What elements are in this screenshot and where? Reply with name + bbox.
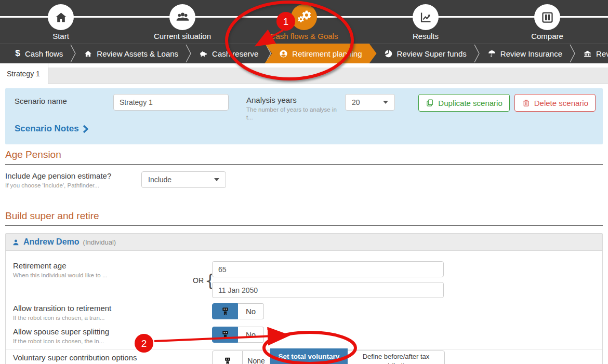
robot-icon	[223, 356, 232, 364]
scenario-name-input[interactable]	[113, 94, 229, 111]
delete-scenario-label: Delete scenario	[534, 99, 588, 107]
scenario-notes-label: Scenario Notes	[15, 124, 79, 134]
include-age-pension-value: Include	[148, 176, 171, 184]
chevron-right-icon	[83, 125, 89, 133]
home-icon	[84, 49, 92, 58]
users-icon	[169, 4, 195, 30]
transition-label: Allow transition to retirement	[13, 304, 111, 313]
include-age-pension-label: Include Age pension estimate?	[5, 171, 603, 180]
caret-down-icon	[383, 101, 388, 104]
analysis-years-value: 20	[352, 98, 360, 106]
spouse-split-toggle: No	[212, 327, 264, 343]
subnav-label: Cash reserve	[212, 49, 258, 58]
chevron-separator	[570, 44, 576, 63]
duplicate-scenario-button[interactable]: Duplicate scenario	[418, 94, 509, 112]
cogs-icon	[291, 4, 317, 30]
main-content: Scenario name Analysis years The number …	[0, 88, 608, 364]
or-label: OR	[193, 276, 204, 285]
robot-icon	[220, 329, 230, 340]
stepper-step-cash-flows-goals[interactable]: Cash flows & Goals	[243, 0, 365, 43]
voluntary-none-option[interactable]: None	[243, 351, 270, 364]
analysis-years-block: Analysis years The number of years to an…	[246, 96, 340, 122]
scenario-name-label: Scenario name	[15, 97, 67, 105]
person-icon	[12, 238, 20, 246]
transition-robot-option[interactable]	[212, 303, 238, 319]
scenario-notes-link[interactable]: Scenario Notes	[15, 124, 89, 134]
stepper-step-results[interactable]: Results	[365, 0, 486, 43]
subnav-item-review-super-funds[interactable]: Review Super funds	[377, 44, 474, 63]
dollar-icon: $	[15, 48, 21, 59]
stepper-step-label: Current situation	[154, 32, 211, 41]
subnav-item-cash-flows[interactable]: $ Cash flows	[7, 44, 70, 63]
workflow-subnav: $ Cash flows Review Assets & Loans Cash …	[0, 43, 608, 63]
delete-scenario-button[interactable]: Delete scenario	[514, 94, 596, 112]
voluntary-robot-option[interactable]	[213, 351, 243, 364]
umbrella-icon	[487, 49, 496, 58]
transition-label-block: Allow transition to retirement If the ro…	[13, 304, 111, 322]
strategy-tab-bar: Strategy 1	[0, 63, 608, 84]
stepper-step-start[interactable]: Start	[0, 0, 122, 43]
subnav-label: Cash flows	[25, 49, 63, 58]
age-pension-heading: Age Pension	[5, 149, 603, 165]
include-age-pension-select[interactable]: Include	[141, 171, 226, 188]
build-super-heading: Build super and retire	[5, 210, 603, 226]
member-name: Andrew Demo	[23, 237, 80, 247]
piggy-bank-icon	[199, 49, 208, 58]
stepper-step-label: Start	[52, 32, 69, 41]
spouse-split-label: Allow spouse super splitting	[13, 327, 109, 336]
member-type: (Individual)	[83, 238, 116, 246]
stepper-step-current-situation[interactable]: Current situation	[122, 0, 243, 43]
chevron-separator	[474, 44, 480, 63]
transition-toggle: No	[212, 303, 264, 319]
chevron-separator	[186, 44, 192, 63]
voluntary-set-total-option[interactable]: Set total voluntary amount	[270, 348, 348, 364]
subnav-item-review-assets-loans[interactable]: Review Assets & Loans	[76, 44, 186, 63]
tab-label: Strategy 1	[7, 70, 40, 78]
spouse-split-no-option[interactable]: No	[238, 327, 264, 343]
spouse-split-robot-option[interactable]	[212, 327, 238, 343]
subnav-label: Review Super funds	[397, 49, 467, 58]
retirement-date-input[interactable]	[212, 282, 444, 298]
transition-no-option[interactable]: No	[238, 303, 264, 319]
retirement-age-input[interactable]	[212, 261, 444, 277]
stepper-step-label: Results	[413, 32, 439, 41]
user-circle-icon	[279, 49, 288, 58]
top-stepper-nav: Start Current situation Cash flows & Goa…	[0, 0, 608, 43]
retirement-age-help: When this individual would like to ...	[13, 272, 108, 279]
subnav-item-review-trusts[interactable]: Review Trusts	[576, 44, 608, 63]
subnav-item-review-insurance[interactable]: Review Insurance	[480, 44, 570, 63]
member-card-header: Andrew Demo (Individual)	[6, 234, 602, 251]
stepper-step-compare[interactable]: Compare	[486, 0, 608, 43]
voluntary-options-group: None Set total voluntary amount Define b…	[212, 350, 445, 364]
pathfinder-app: Start Current situation Cash flows & Goa…	[0, 0, 608, 364]
spouse-split-help: If the robot icon is chosen, the in...	[13, 338, 109, 345]
retirement-age-label: Retirement age	[13, 261, 108, 270]
stepper-step-label: Cash flows & Goals	[270, 32, 338, 41]
columns-icon	[534, 4, 560, 30]
copy-icon	[426, 99, 434, 107]
voluntary-label: Voluntary super contribution options	[13, 353, 137, 362]
include-age-pension-help: If you choose 'Include', Pathfinder...	[5, 182, 603, 190]
voluntary-label-block: Voluntary super contribution options ROB…	[13, 353, 137, 364]
voluntary-define-option[interactable]: Define before/after tax contributions	[348, 351, 444, 364]
subnav-label: Review Insurance	[500, 49, 562, 58]
subnav-label: Review Assets & Loans	[97, 49, 178, 58]
subnav-label: Retirement planning	[292, 49, 362, 58]
tab-strategy-1[interactable]: Strategy 1	[0, 63, 48, 84]
subnav-item-cash-reserve[interactable]: Cash reserve	[192, 44, 266, 63]
transition-help: If the robot icon is chosen, a tran...	[13, 314, 111, 322]
member-card: Andrew Demo (Individual) Retirement age …	[5, 233, 603, 364]
analysis-years-help: The number of years to analyse in t...	[246, 106, 340, 122]
pie-chart-icon	[384, 49, 393, 58]
retirement-age-label-block: Retirement age When this individual woul…	[13, 261, 108, 279]
scenario-panel: Scenario name Analysis years The number …	[5, 88, 603, 144]
subnav-item-retirement-planning[interactable]: Retirement planning	[265, 44, 376, 63]
home-icon	[48, 4, 74, 30]
member-card-body: Retirement age When this individual woul…	[6, 251, 602, 364]
caret-down-icon	[214, 178, 219, 181]
trash-icon	[522, 99, 531, 107]
spouse-split-label-block: Allow spouse super splitting If the robo…	[13, 327, 109, 345]
tab-strip-background	[0, 68, 608, 84]
analysis-years-select[interactable]: 20	[345, 94, 395, 111]
analysis-years-label: Analysis years	[246, 96, 340, 104]
